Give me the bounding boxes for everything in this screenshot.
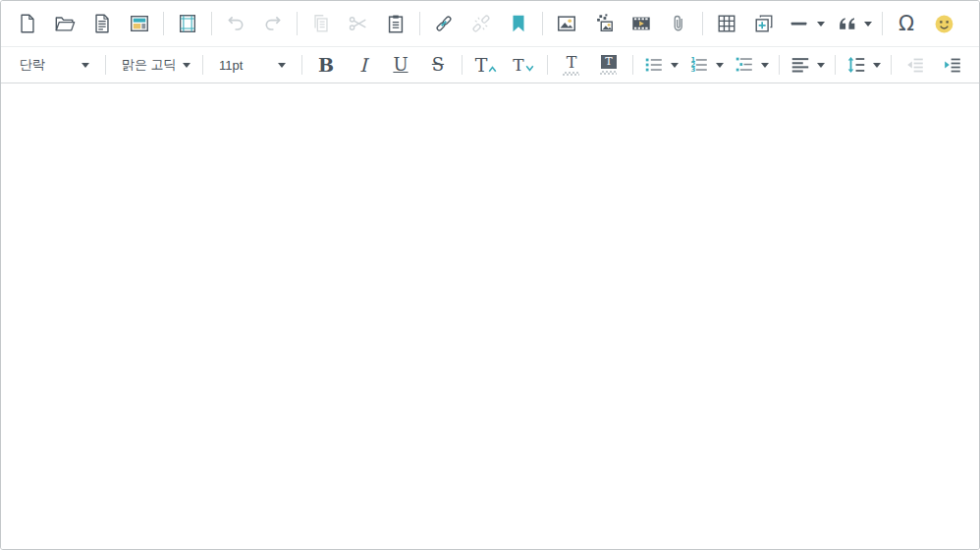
image-button[interactable] — [552, 9, 581, 38]
toolbar-separator — [163, 12, 164, 35]
layout-guides-icon — [176, 12, 199, 35]
open-document-icon — [53, 12, 77, 35]
toolbar-separator — [297, 12, 298, 35]
new-document-button[interactable] — [13, 9, 42, 38]
special-character-button[interactable]: Ω — [892, 9, 921, 38]
document-draft-icon — [90, 12, 114, 35]
outdent-icon — [903, 53, 927, 77]
toolbar-separator — [542, 12, 543, 35]
blockquote-button[interactable] — [834, 9, 873, 38]
font-size-select[interactable]: 11pt — [212, 50, 293, 80]
dropdown-caret-icon — [817, 22, 825, 27]
emoticon-button[interactable] — [929, 9, 958, 38]
toolbar-separator — [301, 55, 302, 75]
redo-button — [258, 9, 288, 38]
dropdown-caret-icon — [864, 22, 872, 27]
color-swatch — [600, 71, 617, 75]
dropdown-caret-icon — [183, 63, 191, 68]
special-character-icon: Ω — [898, 14, 914, 34]
svg-text:3: 3 — [691, 66, 696, 74]
paragraph-select[interactable]: 단락 — [13, 50, 96, 80]
unlink-button — [466, 9, 496, 38]
font-select-value: 맑은 고딕 — [122, 56, 177, 74]
table-button[interactable] — [712, 9, 741, 38]
font-select[interactable]: 맑은 고딕 — [115, 50, 193, 80]
cut-icon — [347, 12, 370, 35]
strikethrough-icon: S — [432, 56, 444, 74]
unlink-icon — [469, 12, 493, 35]
dropdown-caret-icon — [82, 63, 89, 68]
background-color-button[interactable]: T — [594, 50, 624, 80]
toolbar-separator — [891, 55, 892, 75]
underline-button[interactable]: U — [386, 50, 415, 80]
attachment-button[interactable] — [664, 9, 693, 38]
bold-button[interactable]: B — [311, 50, 341, 80]
underline-icon: U — [393, 56, 408, 74]
dropdown-caret-icon — [716, 63, 724, 68]
attachment-icon — [667, 12, 690, 35]
numbered-list-icon: 123 — [688, 53, 710, 77]
subscript-button[interactable]: T — [509, 50, 538, 80]
insert-box-button[interactable] — [749, 9, 779, 38]
toolbar-separator — [202, 55, 203, 75]
copy-button — [306, 9, 336, 38]
toolbar-separator — [882, 12, 883, 35]
paste-button[interactable] — [381, 9, 410, 38]
format-toolbar: 단락맑은 고딕11ptBIUSTTTT123 — [1, 46, 979, 83]
indent-icon — [941, 53, 964, 77]
paragraph-select-value: 단락 — [20, 56, 45, 74]
dropdown-caret-icon — [761, 63, 769, 68]
undo-icon — [224, 12, 247, 35]
cut-button — [344, 9, 373, 38]
link-button[interactable] — [429, 9, 459, 38]
toolbar-separator — [211, 12, 212, 35]
indent-button[interactable] — [938, 50, 967, 80]
align-button[interactable] — [789, 50, 826, 80]
text-color-button[interactable]: T — [557, 50, 586, 80]
color-swatch — [563, 72, 579, 76]
subscript-icon: T — [513, 57, 533, 73]
strikethrough-button[interactable]: S — [423, 50, 453, 80]
text-color-icon: T — [563, 55, 579, 76]
blockquote-icon — [835, 12, 858, 35]
template-icon — [128, 12, 151, 35]
multilevel-list-icon — [734, 53, 755, 77]
paste-icon — [384, 12, 408, 35]
line-height-icon — [845, 53, 867, 77]
toolbar-separator — [779, 55, 780, 75]
caret-up-icon — [488, 66, 497, 73]
superscript-icon: T — [475, 57, 498, 74]
layout-guides-button[interactable] — [173, 9, 202, 38]
insert-box-icon — [752, 12, 776, 35]
line-height-button[interactable] — [844, 50, 882, 80]
video-button[interactable] — [626, 9, 656, 38]
bookmark-icon — [507, 12, 530, 35]
toolbar-separator — [547, 55, 548, 75]
emoticon-icon — [932, 12, 955, 35]
toolbar-separator — [702, 12, 703, 35]
toolbar-separator — [105, 55, 106, 75]
template-button[interactable] — [125, 9, 154, 38]
superscript-button[interactable]: T — [471, 50, 501, 80]
editor-body[interactable] — [1, 83, 979, 549]
new-document-icon — [16, 12, 39, 35]
font-size-select-value: 11pt — [219, 58, 243, 73]
dropdown-caret-icon — [671, 63, 679, 68]
multilevel-list-button[interactable] — [733, 50, 770, 80]
bookmark-button[interactable] — [504, 9, 533, 38]
document-draft-button[interactable] — [87, 9, 117, 38]
toolbar-separator — [632, 55, 633, 75]
photo-mosaic-button[interactable] — [589, 9, 619, 38]
bullet-list-icon — [643, 53, 665, 77]
horizontal-line-icon — [788, 12, 811, 35]
copy-icon — [309, 12, 333, 35]
italic-button[interactable]: I — [349, 50, 378, 80]
horizontal-line-button[interactable] — [787, 9, 826, 38]
numbered-list-button[interactable]: 123 — [687, 50, 725, 80]
open-document-button[interactable] — [50, 9, 80, 38]
caret-down-icon — [525, 65, 534, 72]
redo-icon — [261, 12, 285, 35]
undo-button — [221, 9, 250, 38]
image-icon — [555, 12, 578, 35]
bullet-list-button[interactable] — [642, 50, 680, 80]
